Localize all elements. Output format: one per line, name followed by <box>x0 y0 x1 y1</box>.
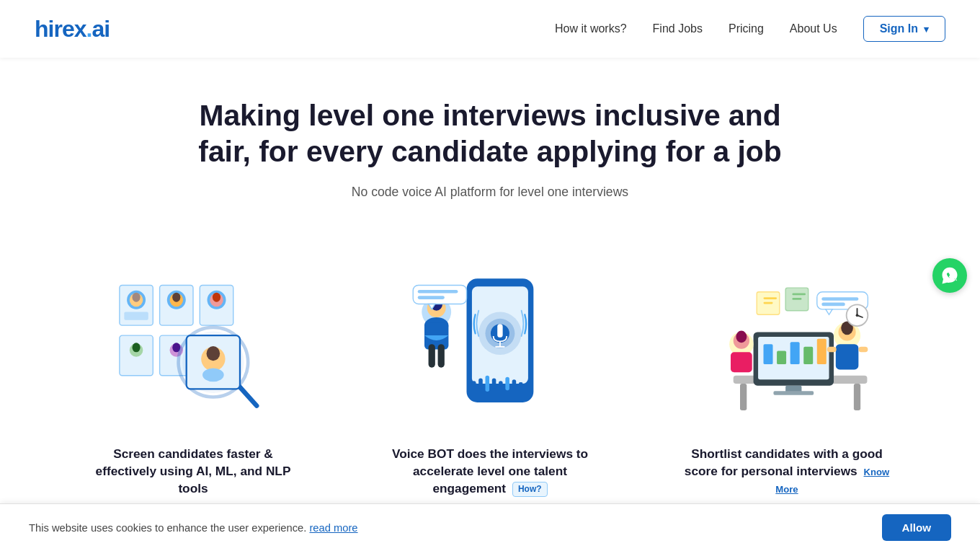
svg-point-24 <box>207 345 220 360</box>
svg-rect-88 <box>792 298 801 300</box>
nav-find-jobs[interactable]: Find Jobs <box>653 22 703 35</box>
cookie-allow-button[interactable]: Allow <box>882 514 952 541</box>
how-badge: How? <box>512 482 548 497</box>
svg-rect-85 <box>764 301 773 304</box>
card-screen-image <box>92 259 294 432</box>
svg-rect-51 <box>512 379 517 387</box>
svg-rect-45 <box>472 381 476 386</box>
svg-rect-44 <box>418 296 445 299</box>
hero-subtitle: No code voice AI platform for level one … <box>14 185 966 200</box>
card-screen-caption: Screen candidates faster & effectively u… <box>85 445 301 498</box>
svg-point-12 <box>213 292 220 301</box>
navbar: hirex.ai How it works? Find Jobs Pricing… <box>0 0 980 58</box>
svg-rect-60 <box>764 344 773 364</box>
svg-rect-78 <box>821 302 845 306</box>
card-voice-caption: Voice BOT does the interviews to acceler… <box>382 445 598 498</box>
nav-about-us[interactable]: About Us <box>790 22 837 35</box>
card-screen-candidates: Screen candidates faster & effectively u… <box>45 247 342 509</box>
svg-rect-61 <box>777 351 786 364</box>
svg-rect-43 <box>418 289 458 293</box>
svg-rect-2 <box>124 312 148 319</box>
svg-rect-54 <box>740 383 747 410</box>
cookie-banner: This website uses cookies to enhance the… <box>0 503 980 551</box>
nav-pricing[interactable]: Pricing <box>729 22 764 35</box>
svg-point-8 <box>172 292 180 301</box>
svg-rect-84 <box>764 297 778 299</box>
svg-point-4 <box>133 292 141 301</box>
logo-text: hirex.ai <box>35 16 110 43</box>
svg-point-15 <box>133 343 141 352</box>
svg-marker-76 <box>826 309 832 314</box>
svg-rect-74 <box>731 352 752 372</box>
svg-rect-46 <box>478 378 483 389</box>
svg-rect-50 <box>505 376 509 390</box>
svg-rect-47 <box>486 375 490 391</box>
svg-rect-69 <box>827 346 837 351</box>
card-shortlist-image <box>686 259 888 432</box>
svg-rect-77 <box>821 297 858 301</box>
whatsapp-fab-button[interactable] <box>932 258 967 293</box>
card-shortlist: Shortlist candidates with a good score f… <box>638 247 935 509</box>
svg-rect-49 <box>499 381 503 386</box>
svg-rect-59 <box>773 391 814 395</box>
card-shortlist-caption: Shortlist candidates with a good score f… <box>679 445 895 498</box>
nav-how-it-works[interactable]: How it works? <box>555 22 627 35</box>
svg-rect-40 <box>438 344 445 368</box>
svg-rect-39 <box>429 344 435 368</box>
svg-rect-87 <box>792 293 806 295</box>
svg-rect-62 <box>790 342 800 364</box>
hero-section: Making level one interviews inclusive an… <box>0 58 980 247</box>
sign-in-label: Sign In <box>880 22 918 35</box>
card-voice-bot: Voice BOT does the interviews to acceler… <box>342 247 638 509</box>
svg-point-73 <box>736 330 747 343</box>
svg-rect-64 <box>817 338 827 363</box>
svg-line-21 <box>239 385 257 405</box>
svg-rect-68 <box>836 344 859 369</box>
svg-point-25 <box>202 368 224 382</box>
feature-cards: Screen candidates faster & effectively u… <box>22 247 958 509</box>
svg-rect-63 <box>803 346 813 363</box>
svg-rect-52 <box>519 382 523 385</box>
cookie-read-more-link[interactable]: read more <box>309 522 357 534</box>
svg-rect-31 <box>497 324 502 338</box>
logo[interactable]: hirex.ai <box>35 16 110 43</box>
whatsapp-icon <box>940 265 960 286</box>
svg-rect-48 <box>492 378 496 389</box>
cookie-text: This website uses cookies to enhance the… <box>29 522 358 534</box>
svg-rect-41 <box>413 285 466 304</box>
chevron-down-icon: ▾ <box>924 24 929 35</box>
svg-point-82 <box>856 314 859 317</box>
svg-rect-55 <box>854 383 860 410</box>
card-voice-image <box>389 259 591 432</box>
hero-title: Making level one interviews inclusive an… <box>195 98 785 170</box>
sign-in-button[interactable]: Sign In ▾ <box>863 16 945 42</box>
nav-links: How it works? Find Jobs Pricing About Us… <box>555 16 945 42</box>
svg-rect-70 <box>858 346 868 351</box>
